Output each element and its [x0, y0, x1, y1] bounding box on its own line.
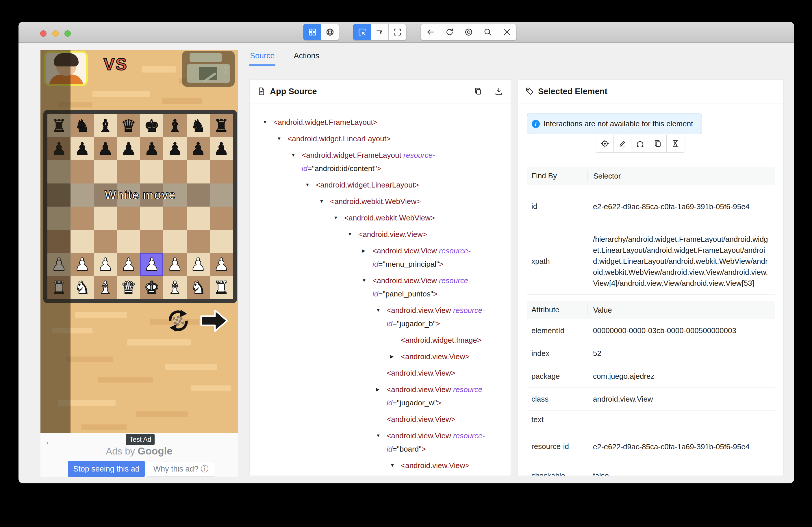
- stop-seeing-ad-button[interactable]: Stop seeing this ad: [68, 461, 145, 477]
- board-square[interactable]: [71, 160, 93, 184]
- board-square[interactable]: ♜: [210, 276, 233, 299]
- download-source-icon[interactable]: [494, 87, 503, 96]
- swipe-by-coordinates-button[interactable]: [371, 24, 389, 40]
- board-square[interactable]: [163, 160, 186, 184]
- device-screenshot[interactable]: VS ♜♞♝♛♚♝♞♜♟♟♟♟♟♟♟♟♟♟♟♟♟♟♟♟♜♞♝♛♚♝♞♜ Whit…: [41, 50, 238, 477]
- tree-node-android.view.View[interactable]: ▼<android.view.View>: [263, 459, 506, 472]
- board-square[interactable]: [94, 160, 117, 184]
- close-window-button[interactable]: [40, 30, 46, 37]
- tree-node-android.widget.FrameLayout[interactable]: ▼<android.widget.FrameLayout>: [263, 116, 506, 129]
- back-button[interactable]: [421, 24, 440, 40]
- board-square[interactable]: ♛: [117, 114, 140, 137]
- zoom-window-button[interactable]: [64, 30, 71, 37]
- tree-node-android.view.View-menu_principal[interactable]: ▶<android.view.View resource-id="menu_pr…: [263, 244, 506, 271]
- collapse-arrow-icon[interactable]: ▼: [263, 116, 273, 129]
- board-square[interactable]: ♝: [163, 114, 186, 137]
- tree-node-android.widget.FrameLayout-android:id/content[interactable]: ▼<android.widget.FrameLayout resource-id…: [263, 148, 506, 175]
- expand-arrow-icon[interactable]: ▶: [390, 350, 401, 363]
- tree-node-android.view.View[interactable]: ▼<android.view.View>: [263, 228, 506, 241]
- board-square[interactable]: ♝: [94, 276, 117, 299]
- collapse-arrow-icon[interactable]: ▼: [348, 228, 358, 241]
- board-square[interactable]: ♟: [163, 137, 186, 160]
- collapse-arrow-icon[interactable]: ▼: [362, 274, 373, 287]
- collapse-arrow-icon[interactable]: ▼: [333, 211, 344, 224]
- board-square[interactable]: [117, 230, 140, 253]
- board-square[interactable]: ♞: [71, 276, 93, 299]
- board-square[interactable]: ♟: [140, 137, 163, 160]
- board-square[interactable]: ♟: [187, 253, 210, 276]
- board-square[interactable]: ♝: [163, 276, 186, 299]
- board-square[interactable]: [94, 207, 117, 230]
- chess-board[interactable]: ♜♞♝♛♚♝♞♜♟♟♟♟♟♟♟♟♟♟♟♟♟♟♟♟♜♞♝♛♚♝♞♜ White m…: [43, 110, 237, 303]
- board-square[interactable]: [187, 160, 210, 184]
- tree-node-android.widget.LinearLayout[interactable]: ▼<android.widget.LinearLayout>: [263, 178, 506, 192]
- tap-by-coordinates-button[interactable]: [388, 24, 406, 40]
- collapse-arrow-icon[interactable]: ▼: [390, 459, 401, 472]
- copy-element-button[interactable]: [649, 135, 667, 152]
- board-square[interactable]: ♟: [94, 137, 117, 160]
- tree-node-android.view.View[interactable]: <android.view.View>: [263, 413, 506, 426]
- board-square[interactable]: ♟: [71, 137, 93, 160]
- board-square[interactable]: ♞: [71, 114, 93, 137]
- board-square[interactable]: [163, 230, 186, 253]
- native-app-mode-button[interactable]: [303, 24, 321, 40]
- board-square[interactable]: ♟: [71, 253, 93, 276]
- board-square[interactable]: ♜: [210, 114, 233, 137]
- tree-node-android.widget.Image[interactable]: <android.widget.Image>: [263, 333, 506, 347]
- board-square[interactable]: ♟: [210, 253, 233, 276]
- refresh-button[interactable]: [440, 24, 459, 40]
- tree-node-android.view.View[interactable]: ▶<android.view.View>: [263, 350, 506, 363]
- minimize-window-button[interactable]: [52, 30, 59, 37]
- board-square[interactable]: ♚: [140, 114, 163, 137]
- board-square[interactable]: ♟: [117, 253, 140, 276]
- board-square[interactable]: [140, 230, 163, 253]
- board-square[interactable]: [71, 207, 93, 230]
- board-square[interactable]: [117, 160, 140, 184]
- edit-element-button[interactable]: [613, 135, 632, 152]
- board-square[interactable]: [187, 207, 210, 230]
- tab-source[interactable]: Source: [250, 52, 275, 65]
- board-square[interactable]: [71, 230, 93, 253]
- board-square[interactable]: ♟: [163, 253, 186, 276]
- board-square[interactable]: [117, 207, 140, 230]
- search-button[interactable]: [478, 24, 497, 40]
- toggle-highlight-button[interactable]: [459, 24, 478, 40]
- web-hybrid-mode-button[interactable]: [321, 24, 339, 40]
- tree-node-android.webkit.WebView[interactable]: ▼<android.webkit.WebView>: [263, 211, 506, 224]
- board-square[interactable]: [163, 207, 186, 230]
- board-square[interactable]: [187, 230, 210, 253]
- tree-node-android.webkit.WebView[interactable]: ▼<android.webkit.WebView>: [263, 195, 506, 208]
- flip-board-icon[interactable]: [166, 309, 190, 333]
- expand-arrow-icon[interactable]: ▶: [362, 244, 373, 258]
- board-square[interactable]: [140, 160, 163, 184]
- collapse-arrow-icon[interactable]: ▼: [376, 429, 387, 442]
- copy-source-icon[interactable]: [474, 87, 482, 96]
- why-this-ad-button[interactable]: Why this ad?ⓘ: [147, 461, 215, 477]
- rotate-element-button[interactable]: [631, 135, 649, 152]
- board-square[interactable]: ♞: [187, 276, 210, 299]
- tree-node-android.view.View-jugador_b[interactable]: ▼<android.view.View resource-id="jugador…: [263, 304, 506, 330]
- board-square[interactable]: ♛: [117, 276, 140, 299]
- board-square[interactable]: ♟: [117, 137, 140, 160]
- board-square[interactable]: ♞: [187, 114, 210, 137]
- board-square[interactable]: ♟: [187, 137, 210, 160]
- board-square[interactable]: [210, 207, 233, 230]
- tree-node-android.view.View-jugador_w[interactable]: ▶<android.view.View resource-id="jugador…: [263, 383, 506, 409]
- tree-node-android.view.View-panel_puntos[interactable]: ▼<android.view.View resource-id="panel_p…: [263, 274, 506, 301]
- tree-node-android.view.View-board[interactable]: ▼<android.view.View resource-id="board">: [263, 429, 506, 456]
- locate-element-button[interactable]: [596, 135, 614, 152]
- hourglass-element-button[interactable]: [666, 135, 684, 152]
- board-square[interactable]: ♚: [140, 276, 163, 299]
- tree-node-android.widget.LinearLayout[interactable]: ▼<android.widget.LinearLayout>: [263, 132, 506, 145]
- board-square[interactable]: [210, 230, 233, 253]
- collapse-arrow-icon[interactable]: ▼: [291, 148, 302, 162]
- board-square-highlighted[interactable]: ♟: [140, 253, 163, 276]
- board-square[interactable]: ♟: [94, 253, 117, 276]
- collapse-arrow-icon[interactable]: ▼: [277, 132, 288, 145]
- expand-arrow-icon[interactable]: ▶: [376, 383, 387, 396]
- collapse-arrow-icon[interactable]: ▼: [376, 304, 387, 317]
- tree-node-android.view.View[interactable]: <android.view.View>: [263, 366, 506, 380]
- close-session-button[interactable]: [497, 24, 517, 40]
- collapse-arrow-icon[interactable]: ▼: [319, 195, 330, 208]
- select-elements-button[interactable]: [353, 24, 371, 40]
